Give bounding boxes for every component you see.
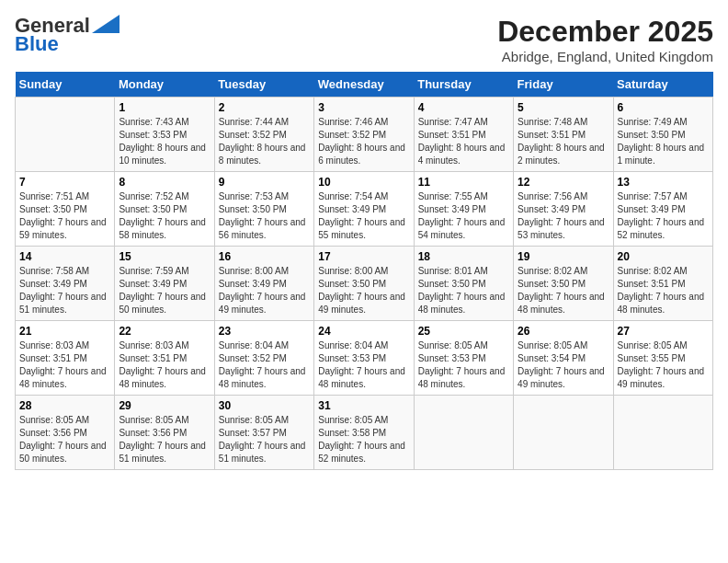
day-info: Sunrise: 7:53 AMSunset: 3:50 PMDaylight:…	[219, 190, 310, 242]
calendar-cell: 31 Sunrise: 8:05 AMSunset: 3:58 PMDaylig…	[314, 396, 414, 470]
day-info: Sunrise: 7:44 AMSunset: 3:52 PMDaylight:…	[219, 116, 310, 167]
calendar-cell: 22 Sunrise: 8:03 AMSunset: 3:51 PMDaylig…	[115, 321, 214, 396]
day-number: 29	[119, 399, 210, 412]
calendar-cell	[613, 396, 712, 470]
calendar-week-row: 7 Sunrise: 7:51 AMSunset: 3:50 PMDayligh…	[16, 172, 713, 247]
calendar-cell: 1 Sunrise: 7:43 AMSunset: 3:53 PMDayligh…	[115, 98, 214, 172]
header: General Blue December 2025 Abridge, Engl…	[15, 15, 713, 64]
day-info: Sunrise: 8:03 AMSunset: 3:51 PMDaylight:…	[119, 339, 210, 391]
calendar-cell	[514, 396, 613, 470]
calendar-cell: 3 Sunrise: 7:46 AMSunset: 3:52 PMDayligh…	[314, 98, 414, 172]
calendar-week-row: 1 Sunrise: 7:43 AMSunset: 3:53 PMDayligh…	[16, 98, 713, 172]
day-info: Sunrise: 7:43 AMSunset: 3:53 PMDaylight:…	[119, 116, 210, 167]
day-info: Sunrise: 7:47 AMSunset: 3:51 PMDaylight:…	[418, 116, 509, 167]
calendar-header-row: SundayMondayTuesdayWednesdayThursdayFrid…	[16, 72, 713, 98]
day-info: Sunrise: 7:46 AMSunset: 3:52 PMDaylight:…	[318, 116, 409, 167]
main-title: December 2025	[497, 15, 713, 49]
day-info: Sunrise: 7:57 AMSunset: 3:49 PMDaylight:…	[618, 190, 709, 242]
header-day-tuesday: Tuesday	[214, 72, 313, 98]
header-day-saturday: Saturday	[613, 72, 712, 98]
day-info: Sunrise: 7:51 AMSunset: 3:50 PMDaylight:…	[19, 190, 110, 242]
day-number: 11	[418, 176, 509, 189]
calendar-cell: 7 Sunrise: 7:51 AMSunset: 3:50 PMDayligh…	[16, 172, 115, 247]
calendar-cell: 17 Sunrise: 8:00 AMSunset: 3:50 PMDaylig…	[314, 247, 414, 321]
day-number: 14	[19, 250, 110, 263]
calendar-week-row: 28 Sunrise: 8:05 AMSunset: 3:56 PMDaylig…	[16, 396, 713, 470]
calendar-week-row: 21 Sunrise: 8:03 AMSunset: 3:51 PMDaylig…	[16, 321, 713, 396]
header-day-monday: Monday	[115, 72, 214, 98]
day-number: 7	[19, 176, 110, 189]
calendar-cell: 2 Sunrise: 7:44 AMSunset: 3:52 PMDayligh…	[214, 98, 313, 172]
day-number: 10	[318, 176, 409, 189]
subtitle: Abridge, England, United Kingdom	[497, 49, 713, 64]
day-number: 6	[618, 101, 709, 114]
header-day-wednesday: Wednesday	[314, 72, 414, 98]
calendar-cell	[16, 98, 115, 172]
day-number: 4	[418, 101, 509, 114]
calendar-cell: 19 Sunrise: 8:02 AMSunset: 3:50 PMDaylig…	[514, 247, 613, 321]
day-info: Sunrise: 8:05 AMSunset: 3:54 PMDaylight:…	[518, 339, 609, 391]
day-info: Sunrise: 8:05 AMSunset: 3:57 PMDaylight:…	[219, 414, 310, 465]
day-info: Sunrise: 8:05 AMSunset: 3:58 PMDaylight:…	[318, 414, 409, 465]
day-info: Sunrise: 8:05 AMSunset: 3:53 PMDaylight:…	[418, 339, 509, 391]
calendar-cell: 24 Sunrise: 8:04 AMSunset: 3:53 PMDaylig…	[314, 321, 414, 396]
calendar-cell: 18 Sunrise: 8:01 AMSunset: 3:50 PMDaylig…	[414, 247, 513, 321]
calendar-cell: 21 Sunrise: 8:03 AMSunset: 3:51 PMDaylig…	[16, 321, 115, 396]
calendar-cell: 20 Sunrise: 8:02 AMSunset: 3:51 PMDaylig…	[613, 247, 712, 321]
day-info: Sunrise: 7:52 AMSunset: 3:50 PMDaylight:…	[119, 190, 210, 242]
day-number: 25	[418, 325, 509, 338]
day-number: 30	[219, 399, 310, 412]
calendar-cell	[414, 396, 513, 470]
logo: General Blue	[15, 15, 119, 55]
day-number: 17	[318, 250, 409, 263]
day-number: 28	[19, 399, 110, 412]
header-day-sunday: Sunday	[16, 72, 115, 98]
day-number: 19	[518, 250, 609, 263]
day-info: Sunrise: 8:00 AMSunset: 3:49 PMDaylight:…	[219, 265, 310, 316]
day-info: Sunrise: 8:02 AMSunset: 3:51 PMDaylight:…	[618, 265, 709, 316]
day-info: Sunrise: 7:59 AMSunset: 3:49 PMDaylight:…	[119, 265, 210, 316]
header-day-thursday: Thursday	[414, 72, 513, 98]
calendar-cell: 4 Sunrise: 7:47 AMSunset: 3:51 PMDayligh…	[414, 98, 513, 172]
day-info: Sunrise: 7:56 AMSunset: 3:49 PMDaylight:…	[518, 190, 609, 242]
day-info: Sunrise: 8:01 AMSunset: 3:50 PMDaylight:…	[418, 265, 509, 316]
day-info: Sunrise: 8:05 AMSunset: 3:55 PMDaylight:…	[618, 339, 709, 391]
day-number: 13	[618, 176, 709, 189]
calendar-cell: 27 Sunrise: 8:05 AMSunset: 3:55 PMDaylig…	[613, 321, 712, 396]
day-info: Sunrise: 8:00 AMSunset: 3:50 PMDaylight:…	[318, 265, 409, 316]
day-number: 23	[219, 325, 310, 338]
day-number: 1	[119, 101, 210, 114]
day-number: 16	[219, 250, 310, 263]
day-number: 2	[219, 101, 310, 114]
calendar-cell: 15 Sunrise: 7:59 AMSunset: 3:49 PMDaylig…	[115, 247, 214, 321]
calendar-cell: 12 Sunrise: 7:56 AMSunset: 3:49 PMDaylig…	[514, 172, 613, 247]
day-number: 3	[318, 101, 409, 114]
day-number: 9	[219, 176, 310, 189]
day-number: 22	[119, 325, 210, 338]
calendar-cell: 28 Sunrise: 8:05 AMSunset: 3:56 PMDaylig…	[16, 396, 115, 470]
day-number: 21	[19, 325, 110, 338]
calendar-cell: 5 Sunrise: 7:48 AMSunset: 3:51 PMDayligh…	[514, 98, 613, 172]
logo-arrow-icon	[92, 15, 119, 33]
day-info: Sunrise: 8:05 AMSunset: 3:56 PMDaylight:…	[119, 414, 210, 465]
day-number: 27	[618, 325, 709, 338]
svg-marker-0	[92, 15, 119, 33]
day-info: Sunrise: 8:04 AMSunset: 3:53 PMDaylight:…	[318, 339, 409, 391]
day-number: 26	[518, 325, 609, 338]
day-number: 5	[518, 101, 609, 114]
calendar-cell: 14 Sunrise: 7:58 AMSunset: 3:49 PMDaylig…	[16, 247, 115, 321]
calendar-cell: 30 Sunrise: 8:05 AMSunset: 3:57 PMDaylig…	[214, 396, 313, 470]
day-info: Sunrise: 7:49 AMSunset: 3:50 PMDaylight:…	[618, 116, 709, 167]
day-info: Sunrise: 7:58 AMSunset: 3:49 PMDaylight:…	[19, 265, 110, 316]
logo-blue-text: Blue	[15, 33, 59, 55]
day-info: Sunrise: 7:55 AMSunset: 3:49 PMDaylight:…	[418, 190, 509, 242]
day-info: Sunrise: 8:04 AMSunset: 3:52 PMDaylight:…	[219, 339, 310, 391]
day-info: Sunrise: 8:05 AMSunset: 3:56 PMDaylight:…	[19, 414, 110, 465]
title-area: December 2025 Abridge, England, United K…	[497, 15, 713, 64]
calendar-cell: 11 Sunrise: 7:55 AMSunset: 3:49 PMDaylig…	[414, 172, 513, 247]
day-info: Sunrise: 8:02 AMSunset: 3:50 PMDaylight:…	[518, 265, 609, 316]
calendar-cell: 6 Sunrise: 7:49 AMSunset: 3:50 PMDayligh…	[613, 98, 712, 172]
calendar-cell: 16 Sunrise: 8:00 AMSunset: 3:49 PMDaylig…	[214, 247, 313, 321]
calendar-cell: 9 Sunrise: 7:53 AMSunset: 3:50 PMDayligh…	[214, 172, 313, 247]
day-number: 18	[418, 250, 509, 263]
